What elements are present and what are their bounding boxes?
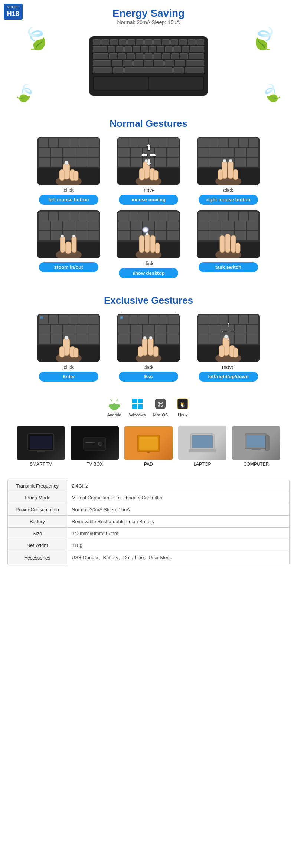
svg-rect-26 (139, 235, 144, 253)
directions-move-label: move (222, 364, 235, 370)
exclusive-gestures-title: Exclusive Gestures (4, 295, 293, 306)
gesture-mouse-moving-img: ⬆⬅ ➡⬇ (117, 137, 180, 185)
svg-rect-88 (249, 450, 264, 452)
svg-rect-74 (30, 436, 52, 449)
gesture-task-switch-img (197, 210, 260, 258)
svg-rect-40 (74, 348, 78, 357)
svg-point-41 (65, 336, 68, 340)
pad-label: PAD (144, 462, 153, 467)
right-mouse-badge: right mouse button (199, 195, 258, 205)
gesture-click-label-1: click (63, 187, 74, 193)
svg-rect-4 (74, 171, 78, 181)
zoom-badge: ztoom in/out (39, 262, 98, 272)
os-windows: Windows (129, 396, 146, 417)
gesture-click-label-2: click (223, 187, 233, 193)
svg-point-24 (72, 235, 75, 238)
model-number: H18 (7, 10, 20, 18)
svg-rect-38 (59, 346, 65, 357)
smart-tv-label: SMART TV (30, 462, 52, 467)
specs-value: 142mm*90mm*19mm (67, 528, 290, 539)
svg-rect-62 (118, 404, 120, 407)
specs-label: Power Consumption (8, 504, 67, 516)
svg-rect-63 (113, 408, 114, 410)
svg-rect-2 (59, 169, 65, 181)
android-label: Android (107, 413, 121, 417)
single-finger-icon (52, 155, 85, 185)
svg-point-81 (147, 451, 150, 453)
gesture-directions: ↑← →↓ move left/right/up/down (191, 314, 265, 382)
specs-row: Transmit Frequency2.4GHz (8, 480, 290, 492)
svg-point-5 (65, 161, 68, 165)
gesture-enter: ⊞ click Enter (32, 314, 106, 382)
svg-rect-86 (247, 435, 266, 447)
os-section: Android Windows ⌘ Mac OS 🐧 (0, 391, 297, 423)
svg-rect-53 (233, 348, 238, 357)
svg-line-60 (117, 399, 118, 401)
svg-point-48 (149, 336, 152, 339)
svg-text:🐧: 🐧 (179, 401, 186, 408)
esc-badge: Esc (119, 372, 178, 382)
svg-rect-16 (218, 169, 223, 180)
three-finger-icon (132, 229, 165, 258)
two-finger-icon (212, 155, 245, 185)
model-label: MODEL: (7, 5, 20, 10)
svg-rect-10 (153, 170, 158, 180)
specs-value: Removable Rechargable Li-ion Battery (67, 516, 290, 528)
os-linux: 🐧 Linux (175, 396, 190, 417)
computer-label: COMPUTER (244, 462, 269, 467)
linux-label: Linux (178, 413, 187, 417)
svg-rect-89 (265, 436, 269, 450)
smart-tv-photo (17, 426, 65, 460)
svg-rect-65 (132, 399, 137, 403)
keyboard-hero: 🍃 🍃 🍃 🍃 (0, 29, 297, 110)
device-smart-tv: SMART TV (15, 426, 67, 467)
svg-rect-66 (138, 399, 143, 403)
tv-box-label: TV BOX (87, 462, 103, 467)
svg-rect-28 (150, 235, 155, 253)
leaf-decoration-bl: 🍃 (12, 80, 39, 106)
page-title: Energy Saving (0, 7, 297, 19)
android-icon (107, 396, 122, 411)
svg-rect-46 (138, 346, 143, 357)
svg-rect-32 (220, 235, 225, 253)
normal-gestures-row-2: ztoom in/out (4, 210, 293, 278)
specs-label: Net Wight (8, 539, 67, 551)
specs-value: 2.4GHz (67, 480, 290, 492)
model-badge: MODEL: H18 (4, 4, 23, 20)
svg-rect-8 (139, 168, 144, 180)
svg-rect-84 (189, 449, 216, 452)
normal-gestures-section: Normal Gestures (0, 110, 297, 287)
gesture-right-mouse: click right mouse button (191, 137, 265, 205)
specs-row: BatteryRemovable Rechargable Li-ion Batt… (8, 516, 290, 528)
specs-row: Size142mm*90mm*19mm (8, 528, 290, 539)
gesture-right-mouse-img (197, 137, 260, 185)
gesture-show-desktop-img (117, 210, 180, 258)
svg-point-47 (143, 336, 146, 339)
specs-section: Transmit Frequency2.4GHzTouch ModeMutual… (0, 471, 297, 577)
svg-rect-68 (138, 404, 143, 409)
linux-icon: 🐧 (175, 396, 190, 411)
device-computer: COMPUTER (230, 426, 282, 467)
macos-icon: ⌘ (153, 396, 168, 411)
enter-finger-icon (52, 332, 85, 362)
svg-rect-21 (72, 236, 76, 253)
laptop-photo (178, 426, 226, 460)
task-switch-badge: task switch (199, 262, 258, 272)
svg-rect-15 (233, 169, 238, 180)
gesture-esc-img: ⊞ (117, 314, 180, 362)
show-desktop-click-label: click (143, 261, 153, 267)
svg-rect-44 (148, 338, 153, 356)
device-tv-box: TV BOX (69, 426, 121, 467)
gesture-show-desktop: click show desktop (111, 210, 186, 278)
esc-click-label: click (143, 364, 153, 370)
svg-point-17 (223, 159, 226, 162)
svg-rect-87 (252, 449, 261, 450)
svg-rect-51 (219, 345, 224, 357)
enter-click-label: click (63, 364, 74, 370)
macos-label: Mac OS (153, 413, 168, 417)
exclusive-gestures-row: ⊞ click Enter (4, 314, 293, 382)
computer-photo (232, 426, 280, 460)
specs-table: Transmit Frequency2.4GHzTouch ModeMutual… (7, 480, 290, 564)
svg-rect-33 (225, 234, 230, 253)
svg-rect-80 (139, 437, 158, 450)
